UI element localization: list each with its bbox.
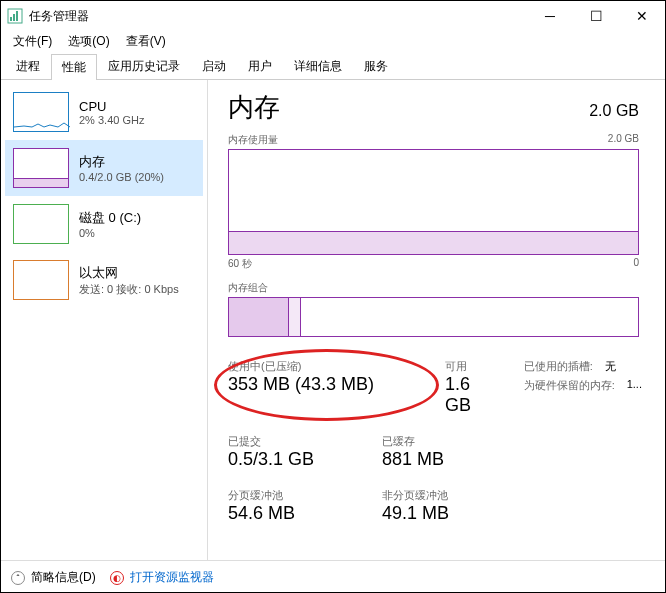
disk-mini-chart bbox=[13, 204, 69, 244]
sidebar-item-label: CPU bbox=[79, 99, 144, 114]
tab-app-history[interactable]: 应用历史记录 bbox=[97, 53, 191, 79]
sidebar-item-label: 以太网 bbox=[79, 264, 179, 282]
sidebar-item-ethernet[interactable]: 以太网 发送: 0 接收: 0 Kbps bbox=[5, 252, 203, 308]
svg-rect-2 bbox=[13, 14, 15, 21]
resource-monitor-icon: ◐ bbox=[110, 571, 124, 585]
stat-cached-value: 881 MB bbox=[382, 449, 444, 469]
stat-available-label: 可用 bbox=[445, 359, 500, 374]
chevron-up-icon: ˆ bbox=[11, 571, 25, 585]
memory-mini-chart bbox=[13, 148, 69, 188]
minimize-button[interactable]: ─ bbox=[527, 1, 573, 31]
stat-committed-label: 已提交 bbox=[228, 434, 358, 449]
ethernet-mini-chart bbox=[13, 260, 69, 300]
menu-options[interactable]: 选项(O) bbox=[60, 31, 117, 53]
sidebar-item-detail: 2% 3.40 GHz bbox=[79, 114, 144, 126]
stat-hwreserved-value: 1... bbox=[627, 378, 642, 393]
svg-rect-3 bbox=[16, 11, 18, 21]
fewer-details-label: 简略信息(D) bbox=[31, 569, 96, 586]
sidebar: CPU 2% 3.40 GHz 内存 0.4/2.0 GB (20%) 磁盘 0… bbox=[1, 80, 207, 560]
memory-total: 2.0 GB bbox=[589, 102, 639, 120]
sidebar-item-cpu[interactable]: CPU 2% 3.40 GHz bbox=[5, 84, 203, 140]
stat-hwreserved-label: 为硬件保留的内存: bbox=[524, 378, 615, 393]
composition-label: 内存组合 bbox=[228, 281, 639, 295]
tab-details[interactable]: 详细信息 bbox=[283, 53, 353, 79]
stat-slots-value: 无 bbox=[605, 359, 616, 374]
cpu-mini-chart bbox=[13, 92, 69, 132]
sidebar-item-detail: 0.4/2.0 GB (20%) bbox=[79, 171, 164, 183]
tab-users[interactable]: 用户 bbox=[237, 53, 283, 79]
window-title: 任务管理器 bbox=[29, 8, 527, 25]
tab-processes[interactable]: 进程 bbox=[5, 53, 51, 79]
memory-usage-chart[interactable] bbox=[228, 149, 639, 255]
stat-available-value: 1.6 GB bbox=[445, 374, 471, 415]
resource-monitor-label: 打开资源监视器 bbox=[130, 569, 214, 586]
chart-axis-left: 60 秒 bbox=[228, 257, 252, 271]
maximize-button[interactable]: ☐ bbox=[573, 1, 619, 31]
tab-services[interactable]: 服务 bbox=[353, 53, 399, 79]
fewer-details-link[interactable]: ˆ 简略信息(D) bbox=[11, 569, 96, 586]
stat-slots-label: 已使用的插槽: bbox=[524, 359, 593, 374]
stat-nonpaged-label: 非分页缓冲池 bbox=[382, 488, 449, 503]
sidebar-item-detail: 0% bbox=[79, 227, 141, 239]
stat-nonpaged-value: 49.1 MB bbox=[382, 503, 449, 523]
sidebar-item-label: 内存 bbox=[79, 153, 164, 171]
stat-in-use-value: 353 MB (43.3 MB) bbox=[228, 374, 374, 394]
stat-committed-value: 0.5/3.1 GB bbox=[228, 449, 314, 469]
close-button[interactable]: ✕ bbox=[619, 1, 665, 31]
usage-chart-label: 内存使用量 bbox=[228, 133, 278, 147]
tab-startup[interactable]: 启动 bbox=[191, 53, 237, 79]
memory-composition-chart[interactable] bbox=[228, 297, 639, 337]
stat-paged-label: 分页缓冲池 bbox=[228, 488, 358, 503]
tab-performance[interactable]: 性能 bbox=[51, 54, 97, 80]
tab-bar: 进程 性能 应用历史记录 启动 用户 详细信息 服务 bbox=[1, 53, 665, 80]
resource-monitor-link[interactable]: ◐ 打开资源监视器 bbox=[110, 569, 214, 586]
page-title: 内存 bbox=[228, 90, 280, 125]
stat-in-use-label: 使用中(已压缩) bbox=[228, 359, 421, 374]
stat-cached-label: 已缓存 bbox=[382, 434, 444, 449]
app-icon bbox=[7, 8, 23, 24]
chart-axis-right: 0 bbox=[633, 257, 639, 271]
stat-paged-value: 54.6 MB bbox=[228, 503, 295, 523]
sidebar-item-disk[interactable]: 磁盘 0 (C:) 0% bbox=[5, 196, 203, 252]
sidebar-item-memory[interactable]: 内存 0.4/2.0 GB (20%) bbox=[5, 140, 203, 196]
menu-file[interactable]: 文件(F) bbox=[5, 31, 60, 53]
sidebar-item-label: 磁盘 0 (C:) bbox=[79, 209, 141, 227]
svg-rect-1 bbox=[10, 17, 12, 21]
sidebar-item-detail: 发送: 0 接收: 0 Kbps bbox=[79, 282, 179, 297]
usage-chart-max: 2.0 GB bbox=[608, 133, 639, 147]
main-panel: 内存 2.0 GB 内存使用量 2.0 GB 60 秒 0 内存组合 使用中(已… bbox=[207, 80, 665, 560]
menu-view[interactable]: 查看(V) bbox=[118, 31, 174, 53]
